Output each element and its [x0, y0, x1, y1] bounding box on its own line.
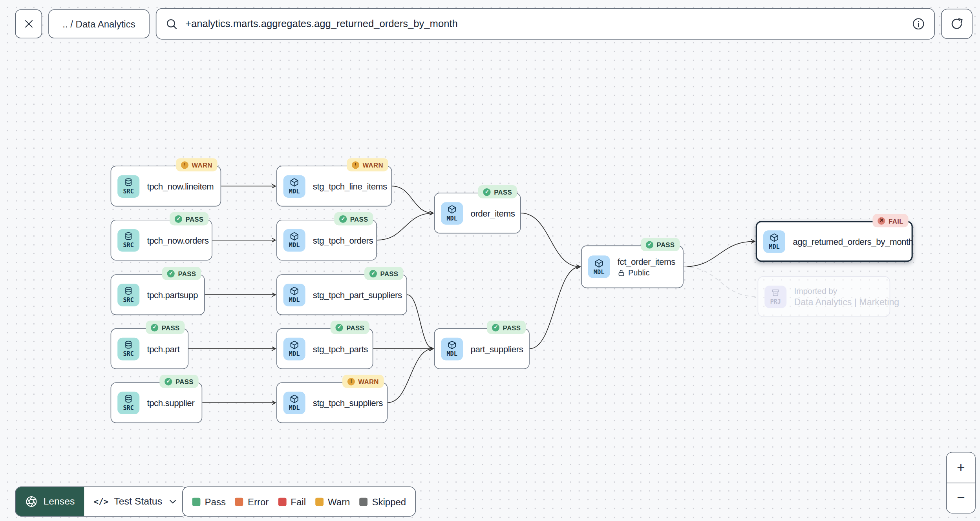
graph-node-imported_by[interactable]: PRJ Imported by Data Analytics | Marketi…	[758, 276, 890, 317]
status-icon: ✓	[483, 188, 491, 195]
graph-node-order_items[interactable]: ✓ PASS MDL order_items	[434, 193, 521, 233]
graph-node-stg_tpch_line_items[interactable]: ! WARN MDL stg_tpch_line_items	[276, 166, 392, 206]
graph-node-tpch_now_orders[interactable]: ✓ PASS SRC tpch_now.orders	[111, 220, 212, 260]
node-sublabel: Public	[618, 268, 675, 277]
node-label: stg_tpch_part_suppliers	[313, 290, 400, 300]
graph-node-stg_tpch_part_suppliers[interactable]: ✓ PASS MDL stg_tpch_part_suppliers	[276, 274, 407, 315]
zoom-out-button[interactable]: −	[947, 483, 975, 513]
node-type-label: MDL	[446, 215, 457, 221]
node-type-badge: MDL	[283, 175, 305, 198]
graph-node-part_suppliers[interactable]: ✓ PASS MDL part_suppliers	[434, 328, 530, 369]
legend-swatch	[278, 497, 286, 506]
graph-node-stg_tpch_orders[interactable]: ✓ PASS MDL stg_tpch_orders	[276, 220, 377, 260]
node-type-badge: SRC	[117, 337, 139, 360]
node-label: order_items	[470, 208, 514, 218]
graph-node-tpch_supplier[interactable]: ✓ PASS SRC tpch.supplier	[111, 382, 203, 423]
node-type-label: SRC	[123, 351, 133, 357]
graph-node-agg_returned_orders_by_month[interactable]: ✕ FAIL MDL agg_returned_orders_by_month	[756, 221, 913, 262]
lenses-label: Lenses	[43, 496, 75, 507]
node-type-badge: MDL	[441, 202, 463, 224]
node-label: agg_returned_orders_by_month	[793, 236, 905, 246]
legend-swatch	[359, 497, 368, 506]
node-type-badge: MDL	[283, 283, 305, 306]
graph-node-fct_order_items[interactable]: ✓ PASS MDL fct_order_items Public	[581, 246, 684, 288]
cube-icon	[290, 178, 299, 187]
status-badge: ✓ PASS	[487, 321, 526, 334]
status-icon: ✕	[878, 217, 885, 224]
edge-stg_tpch_orders-to-order_items	[377, 213, 433, 240]
status-icon: ✓	[167, 270, 175, 277]
status-icon: !	[352, 161, 359, 168]
cube-icon	[447, 341, 457, 350]
edge-fct_order_items-to-agg_returned_orders_by_month	[684, 241, 755, 267]
legend-label: Skipped	[372, 496, 406, 507]
lineage-canvas[interactable]: ! WARN SRC tpch_now.lineitem ✓ PASS SRC …	[0, 0, 980, 521]
cube-icon	[290, 394, 299, 404]
status-label: PASS	[657, 241, 675, 248]
lenses-button[interactable]: Lenses	[16, 487, 84, 516]
status-icon: ✓	[165, 377, 172, 385]
node-type-badge: SRC	[117, 283, 139, 306]
node-label: stg_tpch_parts	[313, 344, 366, 354]
lens-selector-dropdown[interactable]: </> Test Status	[84, 487, 187, 516]
database-icon	[124, 178, 133, 187]
zoom-in-button[interactable]: +	[947, 453, 975, 483]
status-icon: ✓	[340, 215, 347, 222]
node-type-badge: SRC	[117, 229, 139, 251]
graph-node-tpch_now_lineitem[interactable]: ! WARN SRC tpch_now.lineitem	[111, 166, 221, 206]
cube-icon	[770, 233, 779, 242]
edge-stg_tpch_suppliers-to-part_suppliers	[388, 349, 433, 403]
graph-node-tpch_partsupp[interactable]: ✓ PASS SRC tpch.partsupp	[111, 274, 205, 315]
legend-label: Pass	[205, 496, 226, 507]
status-icon: !	[347, 377, 355, 385]
status-label: PASS	[503, 324, 521, 331]
node-type-label: MDL	[289, 188, 300, 194]
edge-part_suppliers-to-fct_order_items	[530, 267, 580, 349]
status-icon: ✓	[646, 241, 653, 248]
node-type-label: SRC	[123, 297, 133, 303]
node-sublabel: Data Analytics | Marketing	[794, 297, 883, 307]
status-badge: ✓ PASS	[365, 267, 404, 280]
edge-order_items-to-fct_order_items	[521, 213, 580, 267]
legend-swatch	[235, 497, 243, 506]
status-icon: ✓	[492, 324, 499, 331]
status-badge: ! WARN	[342, 375, 384, 388]
node-type-badge: MDL	[588, 255, 610, 278]
node-type-badge: SRC	[117, 392, 139, 414]
node-type-label: MDL	[289, 242, 300, 248]
node-label: fct_order_items	[618, 257, 675, 267]
status-badge: ✓ PASS	[146, 321, 185, 334]
edge-stg_tpch_line_items-to-order_items	[392, 186, 433, 213]
database-icon	[124, 286, 133, 296]
cube-icon	[290, 341, 299, 350]
node-type-badge: MDL	[283, 229, 305, 251]
unlock-icon	[618, 269, 625, 277]
status-label: WARN	[192, 161, 212, 168]
legend-item: Skipped	[359, 496, 406, 507]
status-badge: ✓ PASS	[160, 375, 199, 388]
status-badge: ✕ FAIL	[873, 214, 909, 228]
code-icon: </>	[93, 497, 108, 506]
status-badge: ✓ PASS	[641, 238, 680, 251]
node-type-label: MDL	[289, 351, 300, 357]
node-type-label: SRC	[123, 188, 133, 194]
node-type-label: MDL	[289, 405, 300, 411]
graph-node-stg_tpch_parts[interactable]: ✓ PASS MDL stg_tpch_parts	[276, 328, 373, 369]
node-label: Imported by	[794, 286, 883, 296]
test-status-legend: Pass Error Fail Warn Skipped	[182, 486, 416, 517]
graph-node-tpch_part[interactable]: ✓ PASS SRC tpch.part	[111, 328, 188, 369]
node-type-label: MDL	[446, 351, 457, 357]
legend-item: Pass	[192, 496, 226, 507]
graph-node-stg_tpch_suppliers[interactable]: ! WARN MDL stg_tpch_suppliers	[276, 382, 388, 423]
status-label: PASS	[494, 188, 512, 195]
node-type-label: SRC	[123, 405, 133, 411]
node-type-badge: PRJ	[764, 285, 786, 308]
node-label: part_suppliers	[470, 344, 523, 354]
cube-icon	[290, 232, 299, 241]
status-label: PASS	[350, 215, 368, 222]
status-icon: ✓	[175, 215, 182, 222]
database-icon	[124, 394, 133, 404]
lineage-explorer: .. / Data Analytics !	[0, 0, 980, 521]
project-icon	[771, 288, 780, 298]
lens-selector-label: Test Status	[114, 496, 162, 507]
